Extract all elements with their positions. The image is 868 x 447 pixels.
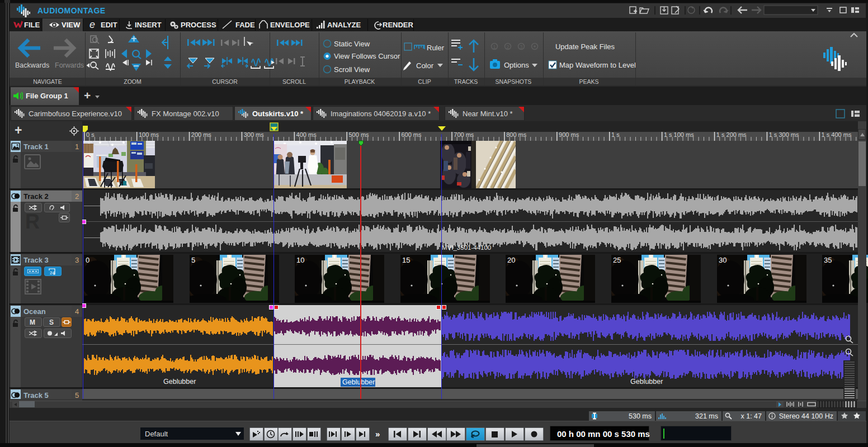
svg-text:35: 35 [824, 256, 832, 264]
svg-text:24: 24 [50, 270, 55, 275]
svg-text:30: 30 [719, 256, 727, 264]
svg-text:5: 5 [191, 256, 195, 264]
svg-text:0: 0 [86, 256, 89, 264]
svg-text:10: 10 [296, 256, 304, 264]
svg-text:25: 25 [613, 256, 621, 264]
svg-text:15: 15 [402, 256, 410, 264]
svg-text:20: 20 [507, 256, 515, 264]
